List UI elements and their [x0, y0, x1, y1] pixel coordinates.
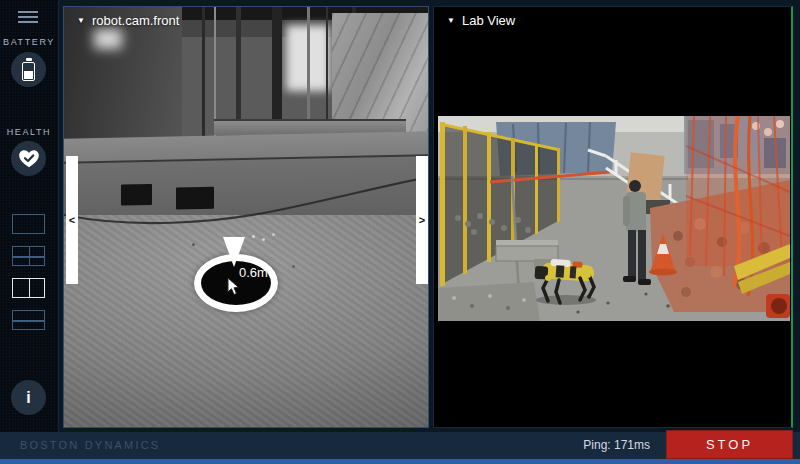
battery-status-button[interactable] — [11, 52, 46, 87]
accent-bottom-bar — [0, 459, 800, 464]
camera-next-button[interactable]: > — [416, 156, 428, 284]
gravel-patch — [438, 282, 540, 321]
gravel-floor — [64, 215, 428, 427]
spot-control-app: BATTERY HEALTH i — [0, 0, 800, 464]
mouse-cursor — [227, 277, 240, 296]
move-target-arrow-icon — [223, 237, 245, 267]
stop-button[interactable]: STOP — [666, 430, 793, 459]
camera-prev-button[interactable]: < — [66, 156, 78, 284]
lab-view-title: Lab View — [462, 13, 515, 28]
layout-quad-view-button[interactable] — [12, 246, 45, 266]
heart-check-icon — [18, 149, 40, 169]
front-camera-image[interactable] — [64, 7, 428, 427]
info-icon: i — [26, 389, 30, 407]
lab-view-panel: ▼ Lab View — [433, 6, 793, 428]
move-distance-label: 0.6m — [239, 265, 268, 280]
lab-view-panel-header[interactable]: ▼ Lab View — [447, 13, 515, 28]
lab-camera-image — [438, 116, 790, 321]
red-machine — [766, 294, 790, 318]
health-status-button[interactable] — [11, 141, 46, 176]
sidebar: BATTERY HEALTH i — [0, 0, 59, 432]
front-camera-panel[interactable]: < > 0.6m ▼ robot.cam.front — [63, 6, 429, 428]
layout-single-view-button[interactable] — [12, 214, 45, 234]
collapse-caret-icon: ▼ — [77, 17, 85, 25]
battery-icon — [22, 58, 35, 81]
brand-label: BOSTON DYNAMICS — [20, 432, 160, 459]
cable-on-ledge — [64, 157, 429, 237]
health-label: HEALTH — [0, 127, 58, 137]
battery-label: BATTERY — [0, 37, 58, 47]
collapse-caret-icon: ▼ — [447, 17, 455, 25]
front-camera-panel-header[interactable]: ▼ robot.cam.front — [77, 13, 179, 28]
chevron-left-icon: < — [69, 214, 75, 226]
ping-status: Ping: 171ms — [583, 432, 650, 459]
hamburger-menu-icon[interactable] — [18, 11, 38, 25]
info-button[interactable]: i — [11, 380, 46, 415]
front-camera-title: robot.cam.front — [92, 13, 179, 28]
layout-dual-vertical-view-button-selected[interactable] — [12, 278, 45, 298]
chevron-right-icon: > — [419, 214, 425, 226]
layout-dual-horizontal-view-button[interactable] — [12, 310, 45, 330]
